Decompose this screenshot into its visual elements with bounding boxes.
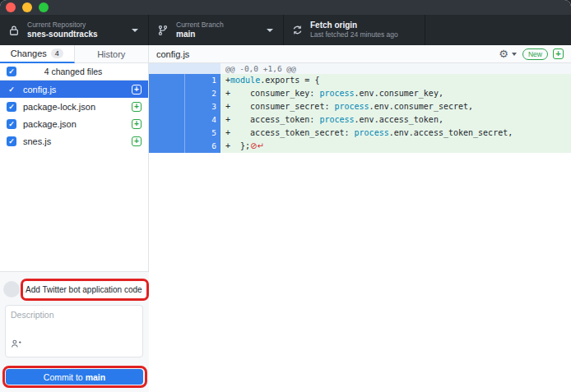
old-line-number: [149, 127, 185, 140]
tab-changes[interactable]: Changes 4: [0, 45, 75, 63]
commit-description-box: [5, 305, 143, 357]
diff-body: 1+module.exports = {2+ consumer_key: pro…: [149, 74, 571, 153]
code-token: module: [230, 76, 260, 85]
code-token: .env.access_token_secret,: [389, 128, 513, 137]
new-line-number: 5: [185, 127, 221, 140]
file-row[interactable]: ✓snes.js+: [0, 132, 148, 150]
code-token: .exports = {: [260, 76, 319, 85]
old-line-number: [149, 140, 185, 153]
file-row[interactable]: ✓config.js+: [0, 81, 148, 98]
code-token: process: [334, 102, 369, 111]
file-added-icon: +: [132, 102, 142, 112]
file-include-checkbox[interactable]: ✓: [7, 136, 16, 146]
changed-files-summary-row: ✓ 4 changed files: [0, 63, 148, 81]
zoom-window-button[interactable]: [39, 2, 49, 12]
github-desktop-window: Current Repository snes-soundtracks Curr…: [0, 0, 571, 392]
diff-code-line: + consumer_secret: process.env.consumer_…: [221, 100, 571, 113]
sidebar-tabs: Changes 4 History: [0, 45, 148, 63]
file-row[interactable]: ✓package.json+: [0, 115, 148, 132]
code-token: + consumer_secret:: [225, 102, 334, 111]
file-added-icon: +: [553, 48, 564, 59]
changed-file-list: ✓config.js+✓package-lock.json+✓package.j…: [0, 81, 148, 150]
code-token: .env.access_token,: [355, 115, 443, 124]
sync-icon: [292, 25, 303, 35]
commit-summary-input[interactable]: [26, 285, 144, 294]
avatar: [3, 281, 20, 297]
commit-description-input[interactable]: [6, 306, 142, 340]
diff-line: 6+ };⊘↵: [149, 140, 571, 153]
fetch-origin-label: Fetch origin: [310, 21, 398, 31]
old-line-number: [149, 113, 185, 127]
chevron-down-icon[interactable]: [512, 53, 517, 56]
diff-line: 3+ consumer_secret: process.env.consumer…: [149, 100, 571, 113]
diff-line: 4+ access_token: process.env.access_toke…: [149, 113, 571, 127]
diff-code-line: + };⊘↵: [221, 140, 571, 153]
fetch-status-text: Last fetched 24 minutes ago: [310, 30, 398, 39]
diff-code-line: +module.exports = {: [221, 74, 571, 87]
diff-code-line: + access_token_secret: process.env.acces…: [221, 127, 571, 140]
diff-line: 2+ consumer_key: process.env.consumer_ke…: [149, 87, 571, 100]
annotation-highlight-summary: [21, 279, 149, 301]
chevron-down-icon: [132, 29, 138, 32]
code-token: + consumer_key:: [225, 89, 319, 98]
code-token: .env.consumer_key,: [355, 89, 443, 98]
diff-line: 5+ access_token_secret: process.env.acce…: [149, 127, 571, 140]
file-added-icon: +: [132, 136, 142, 146]
hunk-header-row: @@ -0,0 +1,6 @@: [149, 63, 571, 74]
file-name: package.json: [23, 119, 125, 129]
code-token: .env.consumer_secret,: [369, 102, 473, 111]
toolbar: Current Repository snes-soundtracks Curr…: [0, 15, 571, 45]
old-line-number: [149, 100, 185, 113]
file-include-checkbox[interactable]: ✓: [7, 102, 16, 112]
sidebar: Changes 4 History ✓ 4 changed files ✓con…: [0, 45, 149, 392]
file-include-checkbox[interactable]: ✓: [7, 85, 16, 95]
file-name: snes.js: [23, 136, 125, 146]
close-window-button[interactable]: [6, 2, 16, 12]
code-token: + };: [225, 141, 250, 150]
titlebar: [0, 0, 571, 15]
file-name: config.js: [23, 85, 125, 95]
new-line-number: 1: [185, 74, 221, 87]
file-row[interactable]: ✓package-lock.json+: [0, 98, 148, 115]
include-all-checkbox[interactable]: ✓: [7, 67, 16, 76]
code-token: + access_token:: [225, 115, 319, 124]
current-repository-label: Current Repository: [27, 21, 98, 30]
diff-line-gutter[interactable]: 1: [149, 74, 221, 87]
toolbar-spacer: [425, 15, 571, 45]
code-token: process: [355, 128, 389, 137]
changes-count-badge: 4: [51, 48, 63, 58]
code-token: process: [319, 89, 354, 98]
file-include-checkbox[interactable]: ✓: [7, 119, 16, 129]
current-repository-dropdown[interactable]: Current Repository snes-soundtracks: [0, 15, 149, 45]
hunk-gutter: [149, 63, 221, 74]
gear-icon[interactable]: ⚙: [499, 48, 508, 59]
diff-line-gutter[interactable]: 3: [149, 100, 221, 113]
file-added-icon: +: [132, 119, 142, 129]
diff-line-gutter[interactable]: 6: [149, 140, 221, 153]
changed-files-count: 4 changed files: [16, 67, 142, 76]
diff-code-line: + consumer_key: process.env.consumer_key…: [221, 87, 571, 100]
old-line-number: [149, 87, 185, 100]
new-line-number: 3: [185, 100, 221, 113]
current-branch-name: main: [176, 30, 224, 40]
hunk-header-text: @@ -0,0 +1,6 @@: [221, 63, 571, 74]
diff-line-gutter[interactable]: 5: [149, 127, 221, 140]
current-branch-label: Current Branch: [176, 21, 224, 30]
file-status-new-badge: New: [522, 48, 548, 60]
chevron-down-icon: [267, 29, 273, 32]
annotation-highlight-commit-button: [2, 366, 147, 388]
fetch-origin-button[interactable]: Fetch origin Last fetched 24 minutes ago: [284, 15, 425, 45]
add-coauthor-icon[interactable]: [11, 338, 21, 353]
git-branch-icon: [157, 25, 169, 36]
tab-history[interactable]: History: [75, 45, 149, 63]
old-line-number: [149, 74, 185, 87]
diff-line-gutter[interactable]: 4: [149, 113, 221, 127]
current-branch-dropdown[interactable]: Current Branch main: [149, 15, 284, 45]
diff-line-gutter[interactable]: 2: [149, 87, 221, 100]
minimize-window-button[interactable]: [22, 2, 32, 12]
code-token: + access_token_secret:: [225, 128, 355, 137]
new-line-number: 4: [185, 113, 221, 127]
current-repository-name: snes-soundtracks: [27, 30, 98, 40]
new-line-number: 6: [185, 140, 221, 153]
file-name: package-lock.json: [23, 102, 125, 112]
